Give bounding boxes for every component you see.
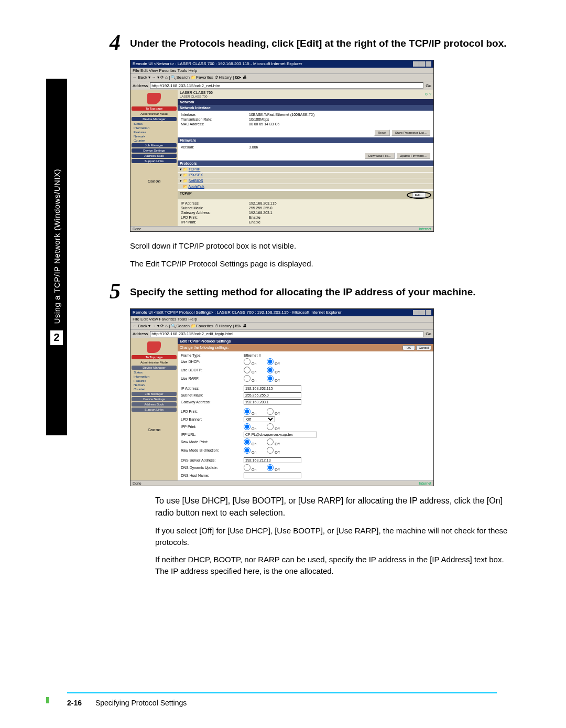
- nav-address-book[interactable]: Address Book: [132, 154, 177, 158]
- step-number: 5: [100, 280, 121, 302]
- nav-device-manager[interactable]: Device Manager: [132, 117, 177, 121]
- bootp-off[interactable]: [267, 367, 274, 373]
- step5-para2: If you select [Off] for [Use DHCP], [Use…: [155, 525, 508, 548]
- screenshot-edit-tcpip: Remote UI <Edit TCP/IP Protocol Settings…: [130, 308, 508, 486]
- menu-bar[interactable]: File Edit View Favorites Tools Help: [130, 316, 433, 322]
- chapter-tab: Using a TCP/IP Network (Windows/UNIX) 2: [46, 79, 67, 435]
- left-nav: To Top page Administrator Mode Device Ma…: [130, 90, 178, 226]
- window-controls[interactable]: [413, 61, 431, 67]
- canon-brand: Canon: [132, 179, 177, 184]
- rarp-on[interactable]: [244, 375, 251, 382]
- address-label: Address: [133, 331, 148, 336]
- nav-information[interactable]: Information: [132, 126, 177, 130]
- nav-support-links[interactable]: Support Links: [132, 408, 177, 412]
- link-netbios[interactable]: NetBIOS: [189, 179, 203, 183]
- raw-on[interactable]: [244, 438, 251, 445]
- nav-mode: Administrator Mode: [132, 361, 177, 364]
- step-heading: Specify the setting method for allocatin…: [130, 280, 476, 299]
- tcpip-block: TCP/IP Edit...: [178, 191, 433, 199]
- ipp-on[interactable]: [244, 423, 251, 430]
- link-ipx[interactable]: IPX/SPX: [189, 173, 203, 177]
- update-fw-button[interactable]: Update Firmware...: [396, 153, 430, 159]
- nav-network[interactable]: Network: [132, 135, 177, 138]
- ip-input[interactable]: [244, 386, 301, 391]
- step5-para1: To use [Use DHCP], [Use BOOTP], or [Use …: [155, 495, 508, 519]
- band-network: Network: [178, 99, 433, 105]
- nav-device-settings[interactable]: Device Settings: [132, 148, 177, 153]
- go-button[interactable]: Go: [426, 83, 431, 88]
- ddns-off[interactable]: [267, 464, 274, 471]
- menu-bar[interactable]: File Edit View Favorites Tools Help: [130, 68, 433, 73]
- step4-note1: Scroll down if TCP/IP protocol box is no…: [130, 240, 508, 252]
- nav-status[interactable]: Status: [132, 122, 177, 125]
- dns-input[interactable]: [244, 457, 301, 463]
- nav-features[interactable]: Features: [132, 379, 177, 382]
- footer-accent: [46, 697, 49, 703]
- edit-button-oval[interactable]: Edit...: [407, 191, 431, 199]
- ddns-on[interactable]: [244, 464, 251, 471]
- edit-subhead: Change the following settings.: [180, 346, 228, 349]
- host-input[interactable]: [244, 473, 301, 478]
- gw-input[interactable]: [244, 399, 301, 405]
- dhcp-off[interactable]: [267, 358, 274, 365]
- ipp-off[interactable]: [267, 423, 274, 430]
- toolbar[interactable]: ← Back ▾ → ▾ ⟳ ⌂ | 🔍Search 📁Favorites ⏱H…: [130, 322, 433, 329]
- nav-support-links[interactable]: Support Links: [132, 159, 177, 163]
- nav-job-manager[interactable]: Job Manager: [132, 392, 177, 396]
- nav-job-manager[interactable]: Job Manager: [132, 143, 177, 147]
- reset-button[interactable]: Reset: [374, 130, 390, 136]
- nav-counter[interactable]: Counter: [132, 388, 177, 391]
- band-protocols: Protocols: [178, 160, 433, 166]
- window-title: Remote UI <Edit TCP/IP Protocol Settings…: [133, 310, 342, 315]
- ok-button[interactable]: OK: [402, 345, 416, 350]
- to-top-button[interactable]: To Top page: [132, 106, 177, 111]
- dhcp-on[interactable]: [244, 358, 251, 365]
- status-right: Internet: [419, 481, 431, 485]
- rawbi-off[interactable]: [267, 447, 274, 454]
- step-number: 4: [100, 31, 121, 53]
- mask-input[interactable]: [244, 392, 301, 398]
- status-left: Done: [133, 227, 142, 231]
- step4-note2: The Edit TCP/IP Protocol Settings page i…: [130, 258, 508, 270]
- ippurl-input[interactable]: [244, 432, 317, 437]
- nav-counter[interactable]: Counter: [132, 139, 177, 142]
- device-header: LASER CLASS 700LASER CLASS 700 ⟳ ?: [178, 90, 433, 99]
- link-appletalk[interactable]: AppleTalk: [188, 185, 204, 188]
- step-4: 4 Under the Protocols heading, click [Ed…: [100, 31, 508, 53]
- band-firmware: Firmware: [178, 137, 433, 143]
- banner-select[interactable]: Off: [244, 416, 275, 422]
- raw-off[interactable]: [267, 438, 274, 445]
- tcpip-settings: Frame Type:Ethernet II Use DHCP: On Off …: [178, 351, 433, 480]
- refresh-help-icons[interactable]: ⟳ ?: [425, 92, 431, 97]
- toolbar[interactable]: ← Back ▾ → ▾ ⟳ ⌂ | 🔍Search 📁Favorites ⏱H…: [130, 73, 433, 81]
- address-input[interactable]: [150, 82, 423, 89]
- window-title: Remote UI <Network> : LASER CLASS 700 : …: [133, 61, 302, 67]
- nav-address-book[interactable]: Address Book: [132, 402, 177, 406]
- to-top-button[interactable]: To Top page: [132, 355, 177, 359]
- link-tcpip[interactable]: TCP/IP: [189, 167, 201, 171]
- address-bar: Address Go: [130, 329, 433, 338]
- nav-device-manager[interactable]: Device Manager: [132, 366, 177, 370]
- address-input[interactable]: [150, 331, 423, 337]
- nav-network[interactable]: Network: [132, 383, 177, 387]
- canon-logo-icon: [147, 93, 161, 104]
- download-button[interactable]: Download File...: [365, 153, 395, 159]
- lpd-off[interactable]: [267, 408, 274, 415]
- store-button[interactable]: Store Parameter List...: [391, 130, 430, 136]
- cancel-button[interactable]: Cancel: [416, 345, 431, 350]
- edit-button[interactable]: Edit...: [412, 192, 426, 198]
- address-label: Address: [133, 83, 148, 88]
- window-titlebar: Remote UI <Edit TCP/IP Protocol Settings…: [130, 309, 433, 316]
- canon-logo-icon: [147, 341, 161, 353]
- nav-device-settings[interactable]: Device Settings: [132, 397, 177, 401]
- rawbi-on[interactable]: [244, 447, 251, 454]
- window-controls[interactable]: [413, 310, 431, 315]
- nav-information[interactable]: Information: [132, 375, 177, 378]
- bootp-on[interactable]: [244, 367, 251, 373]
- go-button[interactable]: Go: [426, 331, 431, 336]
- rarp-off[interactable]: [267, 375, 274, 382]
- screenshot-network: Remote UI <Network> : LASER CLASS 700 : …: [130, 60, 508, 232]
- lpd-on[interactable]: [244, 408, 251, 415]
- nav-features[interactable]: Features: [132, 131, 177, 134]
- nav-status[interactable]: Status: [132, 371, 177, 374]
